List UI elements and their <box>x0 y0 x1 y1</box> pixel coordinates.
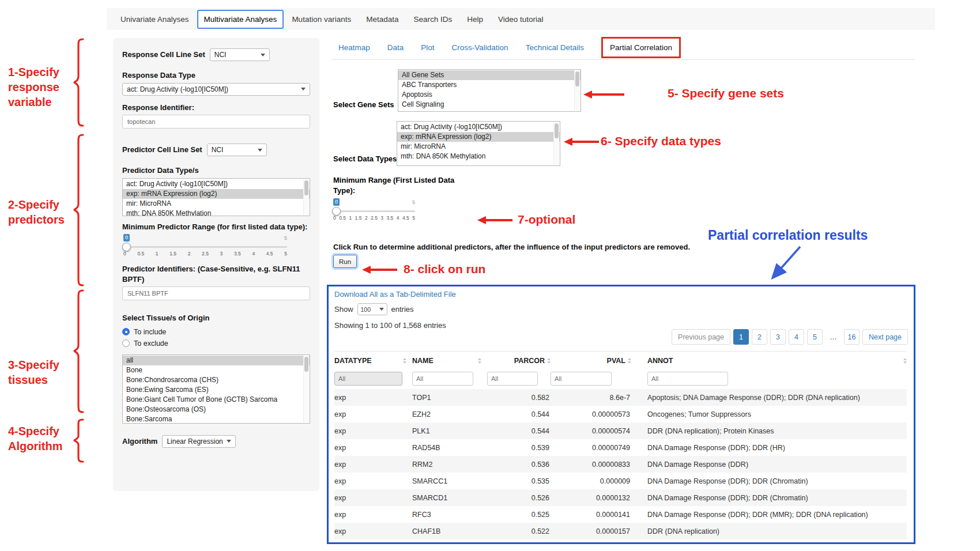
listbox-option[interactable]: Cell Signaling <box>398 100 581 110</box>
page-number-button[interactable]: 5 <box>807 329 823 345</box>
entries-count-value: 100 <box>361 306 371 313</box>
listbox-option[interactable]: Apoptosis <box>398 90 581 100</box>
listbox-option[interactable]: mth: DNA 850K Methylation <box>397 152 560 161</box>
listbox-option[interactable]: act: Drug Activity (-log10[IC50M]) <box>397 122 560 132</box>
listbox-option[interactable]: Bone:Giant Cell Tumor of Bone (GCTB) Sar… <box>123 395 310 405</box>
table-row: exp TOP1 0.582 8.6e-7 Apoptosis; DNA Dam… <box>334 389 907 406</box>
listbox-option[interactable]: ABC Transporters <box>398 80 581 90</box>
analysis-tab[interactable]: Plot <box>421 43 434 52</box>
next-page-button[interactable]: Next page <box>862 329 908 345</box>
include-radio[interactable] <box>122 328 130 335</box>
slider-tick-label: 3 <box>220 251 223 256</box>
annotation-step-5: 5- Specify gene sets <box>668 85 817 101</box>
cell-pval: 0.00000574 <box>551 427 631 435</box>
filter-input-datatype[interactable] <box>334 372 402 386</box>
response-cell-line-set-label: Response Cell Line Set <box>122 50 205 60</box>
listbox-option[interactable]: Bone:Chondrosarcoma (CHS) <box>123 375 310 385</box>
cell-name: EZH2 <box>412 410 487 418</box>
response-data-type-select[interactable]: act: Drug Activity (-log10[IC50M]) <box>122 83 310 96</box>
column-header-datatype[interactable]: DATATYPE <box>334 357 412 365</box>
download-link[interactable]: Download All as a Tab-Delimited File <box>334 290 456 299</box>
listbox-option[interactable]: mir: MicroRNA <box>123 199 310 209</box>
listbox-option[interactable]: mir: MicroRNA <box>397 142 560 152</box>
cell-parcor: 0.535 <box>487 477 551 485</box>
nav-tab[interactable]: Multivariate Analyses <box>197 10 284 29</box>
sort-icon[interactable] <box>403 358 406 364</box>
annotation-step-8: 8- click on run <box>404 261 519 277</box>
data-types-label: Select Data Types <box>333 154 397 163</box>
listbox-option[interactable]: exp: mRNA Expression (log2) <box>397 132 560 142</box>
analysis-tab[interactable]: Data <box>387 43 404 52</box>
sort-icon[interactable] <box>478 358 481 364</box>
column-header-annot[interactable]: ANNOT <box>631 357 907 365</box>
exclude-radio[interactable] <box>122 339 130 347</box>
sort-icon[interactable] <box>903 358 907 364</box>
filter-input-pval[interactable] <box>551 372 612 386</box>
page-number-button[interactable]: 3 <box>770 329 786 345</box>
nav-tab[interactable]: Metadata <box>359 15 405 24</box>
annotation-step-3: 3-Specify tissues <box>8 357 63 387</box>
response-identifier-input[interactable]: topotecan <box>122 115 310 129</box>
run-button[interactable]: Run <box>333 255 357 268</box>
slider-tick-label: 1 <box>349 215 352 221</box>
page-number-button[interactable]: 1 <box>733 329 749 345</box>
cell-name: TOP1 <box>412 394 487 402</box>
slider-handle[interactable] <box>332 207 341 216</box>
column-header-pval[interactable]: PVAL <box>551 357 631 365</box>
scrollbar[interactable] <box>303 179 309 215</box>
cell-pval: 0.000009 <box>551 477 631 485</box>
table-row: exp CHAF1B 0.522 0.0000157 DDR (DNA repl… <box>334 523 907 539</box>
analysis-tab[interactable]: Cross-Validation <box>452 43 508 52</box>
filter-input-annot[interactable] <box>647 372 728 386</box>
predictor-identifiers-input[interactable]: SLFN11 BPTF <box>122 286 310 300</box>
scrollbar[interactable] <box>574 70 580 111</box>
listbox-option[interactable]: mth: DNA 850K Methylation <box>123 209 310 216</box>
include-radio-label: To include <box>134 328 166 336</box>
tissue-origin-label: Select Tissue/s of Origin <box>122 313 310 323</box>
listbox-option[interactable]: Bone:Sarcoma <box>123 414 310 424</box>
listbox-option[interactable]: Bone:Osteosarcoma (OS) <box>123 405 310 414</box>
slider-tick-label: 3.5 <box>234 251 241 256</box>
page-number-button[interactable]: … <box>826 329 841 345</box>
analysis-tab[interactable]: Partial Correlation <box>601 37 681 58</box>
page-number-button[interactable]: 16 <box>844 329 860 345</box>
slider-tick-label: 5 <box>284 251 287 256</box>
app-canvas: Univariate AnalysesMultivariate Analyses… <box>0 0 980 551</box>
slider-tick-label: 1.5 <box>355 215 362 221</box>
previous-page-button[interactable]: Previous page <box>672 329 730 345</box>
slider-tick-label: 4 <box>397 215 399 221</box>
listbox-option[interactable]: act: Drug Activity (-log10[IC50M]) <box>123 179 310 189</box>
analysis-tab[interactable]: Heatmap <box>338 43 370 52</box>
slider-handle[interactable] <box>122 243 131 251</box>
nav-tab[interactable]: Univariate Analyses <box>114 15 196 24</box>
cell-name: SMARCD1 <box>412 494 487 502</box>
listbox-option[interactable]: Bone:Ewing Sarcoma (ES) <box>123 385 310 395</box>
column-header-parcor[interactable]: PARCOR <box>487 357 551 365</box>
predictor-cell-line-set-select[interactable]: NCI <box>207 144 267 156</box>
cell-parcor: 0.582 <box>487 394 551 402</box>
nav-tab[interactable]: Mutation variants <box>285 15 358 24</box>
response-data-type-value: act: Drug Activity (-log10[IC50M]) <box>127 85 228 93</box>
cell-parcor: 0.525 <box>487 511 551 519</box>
cell-name: CHAF1B <box>412 527 487 535</box>
filter-input-parcor[interactable] <box>487 372 538 386</box>
cell-name: PLK1 <box>412 427 487 435</box>
nav-tab[interactable]: Help <box>460 15 490 24</box>
listbox-option[interactable]: all <box>123 356 310 365</box>
analysis-tab[interactable]: Technical Details <box>526 43 584 52</box>
listbox-option[interactable]: All Gene Sets <box>398 70 581 80</box>
nav-tab[interactable]: Search IDs <box>406 15 459 24</box>
page-number-button[interactable]: 2 <box>752 329 767 345</box>
scrollbar[interactable] <box>303 356 309 422</box>
algorithm-select[interactable]: Linear Regression <box>162 435 236 448</box>
scrollbar[interactable] <box>553 122 559 165</box>
listbox-option[interactable]: Bone <box>123 365 310 375</box>
filter-input-name[interactable] <box>412 372 473 386</box>
column-header-name[interactable]: NAME <box>412 357 487 365</box>
response-cell-line-set-select[interactable]: NCI <box>210 48 270 61</box>
nav-tab[interactable]: Video tutorial <box>491 15 551 24</box>
listbox-option[interactable]: exp: mRNA Expression (log2) <box>123 189 310 199</box>
page-number-button[interactable]: 4 <box>789 329 804 345</box>
slider-tick-label: 0 <box>333 215 336 221</box>
entries-count-select[interactable]: 100 <box>357 303 387 315</box>
